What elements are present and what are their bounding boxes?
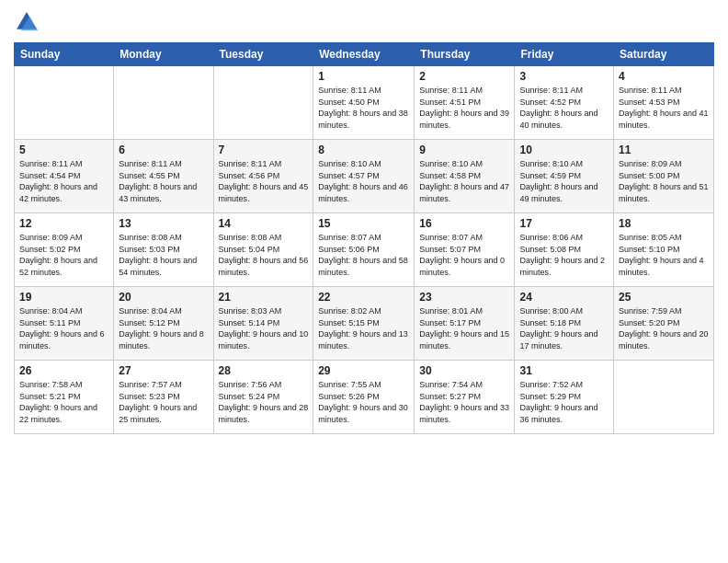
calendar-cell: 7Sunrise: 8:11 AMSunset: 4:56 PMDaylight… xyxy=(213,140,313,213)
day-number: 2 xyxy=(419,70,509,83)
cell-content: Sunrise: 8:02 AMSunset: 5:15 PMDaylight:… xyxy=(318,305,409,351)
calendar-cell: 20Sunrise: 8:04 AMSunset: 5:12 PMDayligh… xyxy=(114,287,213,361)
day-number: 25 xyxy=(619,291,709,304)
day-number: 26 xyxy=(19,364,108,377)
day-number: 29 xyxy=(318,364,409,377)
cell-content: Sunrise: 8:00 AMSunset: 5:18 PMDaylight:… xyxy=(519,305,609,351)
calendar-cell: 15Sunrise: 8:07 AMSunset: 5:06 PMDayligh… xyxy=(313,213,415,287)
cell-content: Sunrise: 8:04 AMSunset: 5:11 PMDaylight:… xyxy=(19,305,108,351)
day-number: 8 xyxy=(318,144,409,156)
day-number: 10 xyxy=(519,144,609,156)
cell-content: Sunrise: 7:56 AMSunset: 5:24 PMDaylight:… xyxy=(219,379,309,425)
day-header: Sunday xyxy=(15,43,114,66)
calendar-week-row: 12Sunrise: 8:09 AMSunset: 5:02 PMDayligh… xyxy=(15,213,714,287)
calendar-cell: 8Sunrise: 8:10 AMSunset: 4:57 PMDaylight… xyxy=(313,140,415,213)
calendar-cell: 21Sunrise: 8:03 AMSunset: 5:14 PMDayligh… xyxy=(213,287,313,361)
cell-content: Sunrise: 8:11 AMSunset: 4:52 PMDaylight:… xyxy=(519,85,609,131)
calendar-cell: 12Sunrise: 8:09 AMSunset: 5:02 PMDayligh… xyxy=(15,213,114,287)
calendar-cell: 5Sunrise: 8:11 AMSunset: 4:54 PMDaylight… xyxy=(15,140,114,213)
day-number: 15 xyxy=(318,217,409,230)
calendar-cell xyxy=(213,66,313,140)
cell-content: Sunrise: 8:05 AMSunset: 5:10 PMDaylight:… xyxy=(619,232,709,278)
calendar-cell: 6Sunrise: 8:11 AMSunset: 4:55 PMDaylight… xyxy=(114,140,213,213)
cell-content: Sunrise: 8:08 AMSunset: 5:03 PMDaylight:… xyxy=(119,232,208,278)
day-number: 7 xyxy=(219,144,309,156)
calendar-cell: 27Sunrise: 7:57 AMSunset: 5:23 PMDayligh… xyxy=(114,361,213,434)
calendar-cell: 2Sunrise: 8:11 AMSunset: 4:51 PMDaylight… xyxy=(415,66,515,140)
day-number: 23 xyxy=(419,291,509,304)
cell-content: Sunrise: 8:03 AMSunset: 5:14 PMDaylight:… xyxy=(219,305,309,351)
cell-content: Sunrise: 8:10 AMSunset: 4:59 PMDaylight:… xyxy=(519,158,609,204)
day-number: 18 xyxy=(619,217,709,230)
day-number: 1 xyxy=(318,70,409,83)
day-number: 14 xyxy=(219,217,309,230)
cell-content: Sunrise: 7:55 AMSunset: 5:26 PMDaylight:… xyxy=(318,379,409,425)
calendar-cell: 23Sunrise: 8:01 AMSunset: 5:17 PMDayligh… xyxy=(415,287,515,361)
logo-icon xyxy=(14,9,40,35)
day-number: 27 xyxy=(119,364,208,377)
cell-content: Sunrise: 8:10 AMSunset: 4:58 PMDaylight:… xyxy=(419,158,509,204)
day-header: Monday xyxy=(114,43,213,66)
cell-content: Sunrise: 8:06 AMSunset: 5:08 PMDaylight:… xyxy=(519,232,609,278)
calendar-cell: 24Sunrise: 8:00 AMSunset: 5:18 PMDayligh… xyxy=(515,287,614,361)
logo xyxy=(14,9,43,35)
calendar-cell: 22Sunrise: 8:02 AMSunset: 5:15 PMDayligh… xyxy=(313,287,415,361)
calendar: SundayMondayTuesdayWednesdayThursdayFrid… xyxy=(14,42,714,434)
calendar-week-row: 19Sunrise: 8:04 AMSunset: 5:11 PMDayligh… xyxy=(15,287,714,361)
cell-content: Sunrise: 8:10 AMSunset: 4:57 PMDaylight:… xyxy=(318,158,409,204)
day-number: 3 xyxy=(519,70,609,83)
day-header: Tuesday xyxy=(213,43,313,66)
day-number: 5 xyxy=(19,144,108,156)
cell-content: Sunrise: 7:54 AMSunset: 5:27 PMDaylight:… xyxy=(419,379,509,425)
calendar-cell xyxy=(114,66,213,140)
cell-content: Sunrise: 8:09 AMSunset: 5:02 PMDaylight:… xyxy=(19,232,108,278)
calendar-cell: 13Sunrise: 8:08 AMSunset: 5:03 PMDayligh… xyxy=(114,213,213,287)
day-header: Thursday xyxy=(415,43,515,66)
calendar-week-row: 5Sunrise: 8:11 AMSunset: 4:54 PMDaylight… xyxy=(15,140,714,213)
day-number: 12 xyxy=(19,217,108,230)
cell-content: Sunrise: 8:11 AMSunset: 4:54 PMDaylight:… xyxy=(19,158,108,204)
cell-content: Sunrise: 8:11 AMSunset: 4:53 PMDaylight:… xyxy=(619,85,709,131)
day-number: 9 xyxy=(419,144,509,156)
day-number: 13 xyxy=(119,217,208,230)
cell-content: Sunrise: 8:11 AMSunset: 4:56 PMDaylight:… xyxy=(219,158,309,204)
calendar-cell: 17Sunrise: 8:06 AMSunset: 5:08 PMDayligh… xyxy=(515,213,614,287)
cell-content: Sunrise: 8:11 AMSunset: 4:51 PMDaylight:… xyxy=(419,85,509,131)
cell-content: Sunrise: 8:11 AMSunset: 4:50 PMDaylight:… xyxy=(318,85,409,131)
cell-content: Sunrise: 8:01 AMSunset: 5:17 PMDaylight:… xyxy=(419,305,509,351)
cell-content: Sunrise: 8:09 AMSunset: 5:00 PMDaylight:… xyxy=(619,158,709,204)
calendar-cell: 30Sunrise: 7:54 AMSunset: 5:27 PMDayligh… xyxy=(415,361,515,434)
day-number: 31 xyxy=(519,364,609,377)
day-number: 22 xyxy=(318,291,409,304)
calendar-cell xyxy=(614,361,714,434)
day-header: Wednesday xyxy=(313,43,415,66)
calendar-cell: 29Sunrise: 7:55 AMSunset: 5:26 PMDayligh… xyxy=(313,361,415,434)
calendar-cell: 19Sunrise: 8:04 AMSunset: 5:11 PMDayligh… xyxy=(15,287,114,361)
day-header: Friday xyxy=(515,43,614,66)
day-number: 24 xyxy=(519,291,609,304)
cell-content: Sunrise: 8:08 AMSunset: 5:04 PMDaylight:… xyxy=(219,232,309,278)
calendar-cell: 31Sunrise: 7:52 AMSunset: 5:29 PMDayligh… xyxy=(515,361,614,434)
calendar-cell: 1Sunrise: 8:11 AMSunset: 4:50 PMDaylight… xyxy=(313,66,415,140)
day-number: 19 xyxy=(19,291,108,304)
calendar-cell: 28Sunrise: 7:56 AMSunset: 5:24 PMDayligh… xyxy=(213,361,313,434)
calendar-cell: 14Sunrise: 8:08 AMSunset: 5:04 PMDayligh… xyxy=(213,213,313,287)
cell-content: Sunrise: 8:07 AMSunset: 5:07 PMDaylight:… xyxy=(419,232,509,278)
cell-content: Sunrise: 7:57 AMSunset: 5:23 PMDaylight:… xyxy=(119,379,208,425)
day-number: 16 xyxy=(419,217,509,230)
calendar-cell: 9Sunrise: 8:10 AMSunset: 4:58 PMDaylight… xyxy=(415,140,515,213)
day-number: 11 xyxy=(619,144,709,156)
day-number: 30 xyxy=(419,364,509,377)
calendar-cell: 10Sunrise: 8:10 AMSunset: 4:59 PMDayligh… xyxy=(515,140,614,213)
cell-content: Sunrise: 7:58 AMSunset: 5:21 PMDaylight:… xyxy=(19,379,108,425)
calendar-cell: 11Sunrise: 8:09 AMSunset: 5:00 PMDayligh… xyxy=(614,140,714,213)
cell-content: Sunrise: 7:52 AMSunset: 5:29 PMDaylight:… xyxy=(519,379,609,425)
day-number: 17 xyxy=(519,217,609,230)
day-number: 28 xyxy=(219,364,309,377)
calendar-cell: 25Sunrise: 7:59 AMSunset: 5:20 PMDayligh… xyxy=(614,287,714,361)
day-number: 21 xyxy=(219,291,309,304)
calendar-header-row: SundayMondayTuesdayWednesdayThursdayFrid… xyxy=(15,43,714,66)
calendar-cell: 4Sunrise: 8:11 AMSunset: 4:53 PMDaylight… xyxy=(614,66,714,140)
calendar-cell: 16Sunrise: 8:07 AMSunset: 5:07 PMDayligh… xyxy=(415,213,515,287)
cell-content: Sunrise: 7:59 AMSunset: 5:20 PMDaylight:… xyxy=(619,305,709,351)
